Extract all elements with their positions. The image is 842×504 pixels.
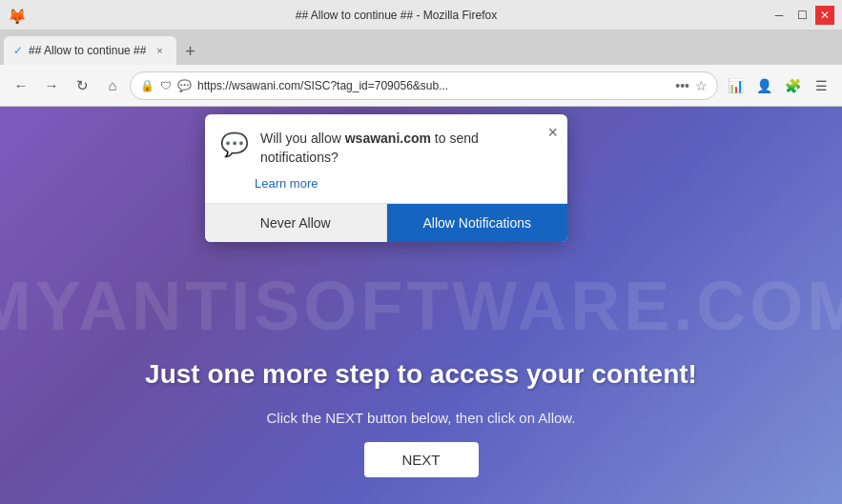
tab-bar: ✓ ## Allow to continue ## × + (0, 30, 842, 65)
refresh-button[interactable]: ↻ (69, 72, 95, 99)
browser-window: 🦊 ## Allow to continue ## - Mozilla Fire… (0, 0, 842, 504)
close-window-button[interactable]: ✕ (815, 6, 834, 25)
never-allow-button[interactable]: Never Allow (205, 204, 387, 242)
maximize-button[interactable]: ☐ (792, 6, 811, 25)
popup-message: Will you allow wsawani.com to send notif… (260, 130, 552, 167)
tab-check-icon: ✓ (13, 44, 23, 57)
url-text: https://wsawani.com/SISC?tag_id=709056&s… (197, 79, 669, 92)
popup-buttons: Never Allow Allow Notifications (205, 203, 567, 242)
bookmark-icon[interactable]: ☆ (695, 78, 708, 93)
page-content: MYANTISOFTWARE.COM Just one more step to… (0, 107, 842, 504)
page-subtext: Click the NEXT button below, then click … (266, 410, 575, 426)
synced-tabs-button[interactable]: 📊 (722, 72, 749, 99)
shield-icon: 🛡 (160, 79, 172, 92)
popup-message-prefix: Will you allow (260, 131, 345, 146)
allow-notifications-button[interactable]: Allow Notifications (387, 204, 568, 242)
back-button[interactable]: ← (8, 72, 34, 99)
home-button[interactable]: ⌂ (99, 72, 126, 99)
notification-popup: 💬 Will you allow wsawani.com to send not… (205, 114, 567, 242)
popup-close-button[interactable]: × (547, 124, 558, 141)
speaker-icon: 💬 (177, 79, 192, 92)
minimize-button[interactable]: ─ (770, 6, 789, 25)
page-headline: Just one more step to access your conten… (145, 359, 697, 390)
learn-more-link[interactable]: Learn more (255, 176, 318, 191)
tab-close-button[interactable]: × (152, 43, 167, 58)
url-bar[interactable]: 🔒 🛡 💬 https://wsawani.com/SISC?tag_id=70… (130, 71, 718, 100)
watermark: MYANTISOFTWARE.COM (0, 267, 842, 345)
toolbar-right: 📊 👤 🧩 ☰ (722, 72, 834, 99)
window-title: ## Allow to continue ## - Mozilla Firefo… (31, 9, 762, 22)
tab-title: ## Allow to continue ## (29, 44, 146, 57)
active-tab[interactable]: ✓ ## Allow to continue ## × (4, 36, 176, 65)
extensions-button[interactable]: 🧩 (779, 72, 806, 99)
popup-learn-more-container: Learn more (205, 174, 567, 203)
popup-domain: wsawani.com (345, 131, 431, 146)
popup-header: 💬 Will you allow wsawani.com to send not… (205, 114, 567, 174)
url-more-button[interactable]: ••• (675, 78, 689, 93)
title-bar: 🦊 ## Allow to continue ## - Mozilla Fire… (0, 0, 842, 30)
forward-button[interactable]: → (38, 72, 65, 99)
firefox-icon: 🦊 (8, 8, 23, 23)
new-tab-button[interactable]: + (176, 38, 203, 65)
window-controls: ─ ☐ ✕ (770, 6, 834, 25)
firefox-account-button[interactable]: 👤 (750, 72, 777, 99)
next-button[interactable]: NEXT (363, 442, 478, 477)
navigation-bar: ← → ↻ ⌂ 🔒 🛡 💬 https://wsawani.com/SISC?t… (0, 65, 842, 107)
notification-bell-icon: 💬 (220, 131, 249, 158)
lock-icon: 🔒 (140, 79, 154, 92)
menu-button[interactable]: ☰ (808, 72, 834, 99)
